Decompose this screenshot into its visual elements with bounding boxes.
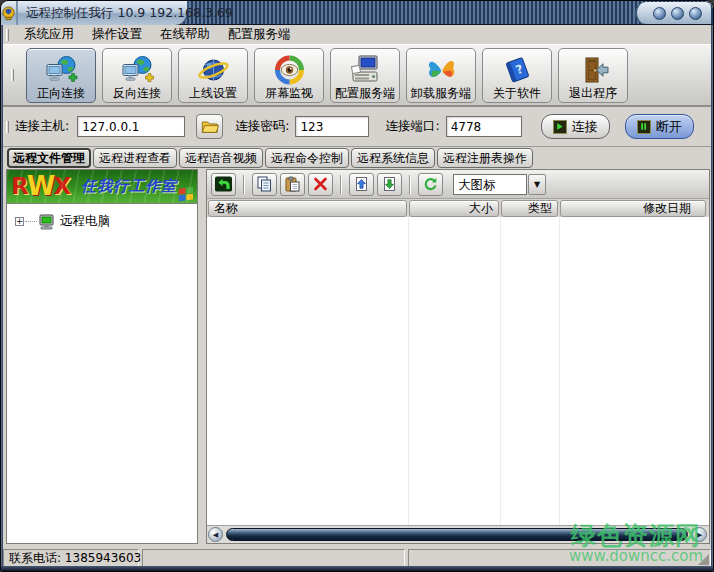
tab-remote-command-control[interactable]: 远程命令控制 — [265, 148, 349, 168]
logo-letter-r: R — [11, 175, 29, 198]
disconnect-button-label: 断开 — [656, 118, 682, 136]
toolbar-button-label: 反向连接 — [113, 86, 161, 101]
column-divider — [408, 217, 409, 525]
connect-play-icon — [553, 120, 567, 134]
open-folder-icon — [201, 119, 219, 134]
tree-connector — [25, 221, 37, 222]
screen-monitor-button[interactable]: 屏幕监视 — [254, 48, 324, 103]
menu-config-server[interactable]: 配置服务端 — [219, 26, 300, 43]
uninstall-server-icon — [425, 55, 458, 86]
host-input[interactable] — [77, 116, 185, 137]
tab-remote-registry[interactable]: 远程注册表操作 — [437, 148, 533, 168]
sidebar: R W X 任我行工作室 + — [6, 169, 198, 544]
column-header-size[interactable]: 大小 — [409, 200, 499, 217]
reverse-connect-icon — [121, 55, 154, 86]
upload-icon — [353, 176, 370, 192]
tab-remote-system-info[interactable]: 远程系统信息 — [351, 148, 435, 168]
toolbar-button-label: 上线设置 — [189, 86, 237, 101]
column-header-name[interactable]: 名称 — [208, 200, 407, 217]
window-title: 远程控制任我行 10.9 192.168.3.69 — [26, 5, 233, 22]
connect-button[interactable]: 连接 — [541, 114, 610, 139]
about-software-button[interactable]: ? 关于软件 — [482, 48, 552, 103]
column-divider — [559, 217, 560, 525]
tree-expand-icon[interactable]: + — [15, 217, 24, 226]
disconnect-pause-icon — [637, 120, 651, 134]
refresh-icon — [422, 176, 439, 192]
toolbar-button-label: 配置服务端 — [335, 86, 395, 101]
logo-letter-x: X — [53, 175, 71, 198]
window-controls — [635, 2, 711, 24]
up-level-icon — [215, 176, 232, 192]
copy-button[interactable] — [252, 173, 277, 196]
menu-operation[interactable]: 操作设置 — [83, 26, 151, 43]
scroll-right-button[interactable]: ▶ — [692, 527, 707, 542]
forward-connect-button[interactable]: 正向连接 — [26, 48, 96, 103]
scroll-left-button[interactable]: ◀ — [208, 527, 223, 542]
tree-item-remote-computer[interactable]: + 远程电脑 — [15, 213, 197, 230]
tab-remote-audio-video[interactable]: 远程语音视频 — [179, 148, 263, 168]
menu-grip[interactable] — [6, 29, 9, 41]
minimize-button[interactable] — [653, 7, 666, 20]
about-software-icon: ? — [501, 55, 534, 86]
tab-remote-process-view[interactable]: 远程进程查看 — [93, 148, 177, 168]
view-mode-value: 大图标 — [453, 174, 527, 195]
chevron-down-icon[interactable]: ▼ — [528, 174, 546, 195]
download-icon — [381, 176, 398, 192]
horizontal-scrollbar[interactable]: ◀ ▶ — [207, 525, 709, 543]
port-input[interactable] — [446, 116, 522, 137]
browse-host-button[interactable] — [196, 114, 223, 139]
status-contact-panel: 联系电话: 13859436039 — [3, 549, 139, 567]
download-button[interactable] — [377, 173, 402, 196]
screen-monitor-icon — [273, 55, 306, 86]
toolbar-separator — [340, 175, 342, 194]
computer-icon — [38, 214, 56, 230]
logo-letter-w: W — [27, 175, 56, 198]
column-divider — [500, 217, 501, 525]
uninstall-server-button[interactable]: 卸载服务端 — [406, 48, 476, 103]
status-right-panel — [408, 549, 711, 567]
file-toolbar: 大图标 ▼ — [207, 170, 709, 199]
maximize-button[interactable] — [671, 7, 684, 20]
port-label: 连接端口: — [385, 118, 439, 135]
file-list[interactable] — [207, 217, 709, 525]
copy-icon — [256, 176, 273, 192]
tab-row: 远程文件管理 远程进程查看 远程语音视频 远程命令控制 远程系统信息 远程注册表… — [7, 148, 533, 168]
password-input[interactable] — [295, 116, 369, 137]
host-label: 连接主机: — [15, 118, 69, 135]
menu-system[interactable]: 系统应用 — [15, 26, 83, 43]
app-window: 远程控制任我行 10.9 192.168.3.69 系统应用 操作设置 在线帮助… — [0, 0, 714, 572]
toolbar-button-label: 屏幕监视 — [265, 86, 313, 101]
toolbar-button-label: 卸载服务端 — [411, 86, 471, 101]
view-mode-combo[interactable]: 大图标 ▼ — [453, 174, 546, 195]
refresh-button[interactable] — [418, 173, 443, 196]
close-button[interactable] — [689, 7, 702, 20]
column-header-modified[interactable]: 修改日期 — [560, 200, 706, 217]
reverse-connect-button[interactable]: 反向连接 — [102, 48, 172, 103]
exit-program-button[interactable]: 退出程序 — [558, 48, 628, 103]
connection-bar-grip[interactable] — [6, 121, 9, 133]
delete-button[interactable] — [308, 173, 333, 196]
tree-item-label: 远程电脑 — [60, 213, 110, 230]
connection-bar: 连接主机: 连接密码: 连接端口: 连接 断开 — [3, 107, 711, 147]
toolbar-grip[interactable] — [11, 69, 14, 81]
scrollbar-thumb[interactable] — [226, 528, 688, 541]
go-up-button[interactable] — [211, 173, 236, 196]
resize-grip[interactable] — [698, 554, 709, 565]
menu-help[interactable]: 在线帮助 — [151, 26, 219, 43]
windows-flag-icon — [177, 185, 195, 202]
config-server-button[interactable]: 配置服务端 — [330, 48, 400, 103]
column-header-type[interactable]: 类型 — [501, 200, 558, 217]
window-left-edge — [1, 25, 3, 571]
list-header: 名称 大小 类型 修改日期 — [207, 199, 709, 217]
paste-button[interactable] — [280, 173, 305, 196]
toolbar-button-label: 关于软件 — [493, 86, 541, 101]
window-right-edge — [711, 25, 713, 571]
window-bottom-edge — [1, 566, 713, 571]
app-icon[interactable] — [1, 1, 18, 25]
title-bar[interactable]: 远程控制任我行 10.9 192.168.3.69 — [1, 1, 713, 25]
disconnect-button[interactable]: 断开 — [625, 114, 694, 139]
tab-remote-file-manager[interactable]: 远程文件管理 — [7, 148, 91, 168]
online-settings-button[interactable]: 上线设置 — [178, 48, 248, 103]
status-middle-panel — [142, 549, 405, 567]
upload-button[interactable] — [349, 173, 374, 196]
